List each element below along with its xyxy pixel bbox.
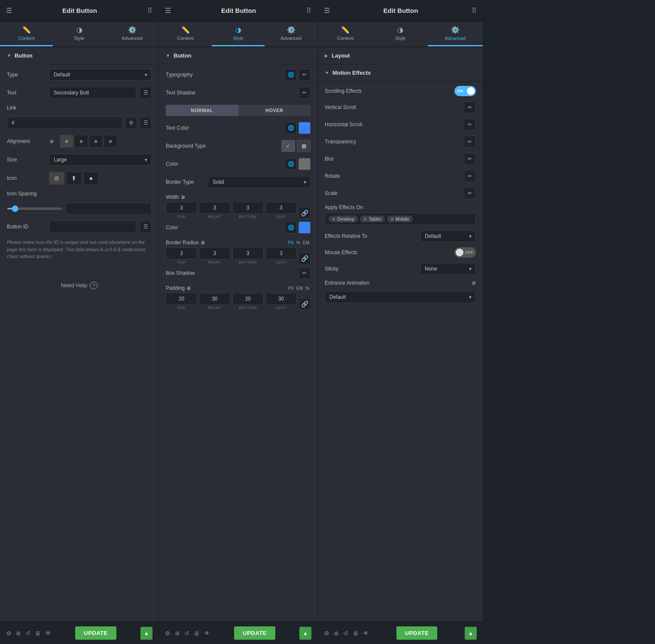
hamburger-icon-2[interactable]: ☰ — [165, 6, 171, 15]
link-input[interactable] — [7, 117, 122, 129]
effects-relative-select[interactable]: Default Viewport Parent — [420, 230, 476, 242]
responsive-footer-icon-3[interactable]: 🖥 — [353, 630, 359, 637]
link-list-btn[interactable]: ☰ — [140, 117, 152, 129]
update-arrow-btn-2[interactable]: ▲ — [299, 627, 311, 640]
size-select[interactable]: Large Small Medium — [49, 154, 152, 166]
icon-upload-btn[interactable]: ⬆ — [66, 172, 82, 185]
eye-footer-icon-2[interactable]: 👁 — [204, 630, 210, 637]
unit-px-btn[interactable]: PX — [287, 240, 295, 246]
text-list-btn[interactable]: ☰ — [140, 87, 152, 99]
padding-unit-pct-btn[interactable]: % — [304, 286, 311, 291]
grid-icon-3[interactable]: ⠿ — [472, 6, 477, 15]
text-shadow-pencil-btn[interactable]: ✏ — [299, 87, 311, 99]
normal-tab[interactable]: NORMAL — [166, 105, 238, 116]
settings-footer-icon-3[interactable]: ⚙ — [324, 630, 329, 637]
settings-footer-icon-2[interactable]: ⚙ — [165, 630, 171, 637]
pad-link-btn[interactable]: 🔗 — [299, 298, 311, 310]
pad-left-input[interactable] — [265, 293, 297, 305]
align-center-btn[interactable]: ≡ — [74, 135, 88, 148]
tab-advanced-2[interactable]: ⚙️ Advanced — [265, 21, 317, 46]
border-link-btn[interactable]: 🔗 — [299, 207, 311, 219]
layers-footer-icon[interactable]: ⊕ — [16, 630, 21, 637]
br-left-input[interactable] — [265, 247, 297, 259]
responsive-footer-icon[interactable]: 🖥 — [35, 630, 41, 637]
hamburger-icon[interactable]: ☰ — [6, 6, 12, 15]
tab-style-2[interactable]: ◑ Style — [212, 21, 265, 46]
transparency-edit-btn[interactable]: ✏ — [464, 136, 476, 148]
icon-spacing-slider[interactable] — [7, 208, 62, 210]
color-checker-swatch[interactable] — [299, 158, 311, 170]
pad-top-input[interactable] — [166, 293, 197, 305]
tab-style-3[interactable]: ◑ Style — [373, 21, 428, 46]
need-help-link[interactable]: Need Help ? — [9, 273, 150, 298]
button-section-header-1[interactable]: ▼ Button — [0, 47, 158, 64]
padding-unit-em-btn[interactable]: EM — [295, 286, 304, 291]
pad-right-input[interactable] — [199, 293, 230, 305]
typography-globe-btn[interactable]: 🌐 — [285, 69, 297, 81]
layers-footer-icon-2[interactable]: ⊕ — [175, 630, 180, 637]
grid-icon-1[interactable]: ⠿ — [147, 6, 152, 15]
br-bottom-input[interactable] — [232, 247, 264, 259]
bg-type-gradient-btn[interactable]: ▦ — [297, 140, 311, 152]
scale-edit-btn[interactable]: ✏ — [464, 187, 476, 199]
hover-tab[interactable]: HOVER — [238, 105, 311, 116]
color2-swatch[interactable] — [299, 222, 311, 234]
align-right-btn[interactable]: ≡ — [89, 135, 103, 148]
button-section-header-2[interactable]: ▼ Button — [159, 47, 317, 64]
history-footer-icon[interactable]: ↺ — [25, 630, 30, 637]
button-id-list-btn[interactable]: ☰ — [140, 221, 152, 233]
update-btn-1[interactable]: UPDATE — [75, 626, 116, 640]
tab-advanced-1[interactable]: ⚙️ Advanced — [106, 21, 158, 46]
grid-icon-2[interactable]: ⠿ — [306, 6, 311, 15]
tag-mobile-x[interactable]: ✕ — [390, 217, 394, 222]
br-link-btn[interactable]: 🔗 — [299, 252, 311, 264]
horizontal-scroll-edit-btn[interactable]: ✏ — [464, 118, 476, 131]
color-globe-btn[interactable]: 🌐 — [285, 158, 297, 170]
text-color-globe-btn[interactable]: 🌐 — [285, 122, 297, 134]
update-arrow-btn-3[interactable]: ▲ — [465, 627, 477, 640]
sticky-select[interactable]: None Top Bottom — [420, 263, 476, 275]
icon-none-btn[interactable]: ⊘ — [49, 172, 64, 185]
link-settings-btn[interactable]: ⚙ — [125, 117, 137, 129]
update-btn-2[interactable]: UPDATE — [234, 626, 275, 640]
update-btn-3[interactable]: UPDATE — [396, 626, 437, 640]
responsive-footer-icon-2[interactable]: 🖥 — [194, 630, 200, 637]
type-select[interactable]: Default Primary Secondary — [49, 69, 152, 81]
tab-content-3[interactable]: ✏️ Content — [318, 21, 373, 46]
br-right-input[interactable] — [199, 247, 230, 259]
text-input[interactable] — [49, 87, 136, 99]
unit-em-btn[interactable]: EM — [302, 240, 311, 246]
color2-globe-btn[interactable]: 🌐 — [285, 222, 297, 234]
border-type-select[interactable]: Solid Dashed Dotted None — [208, 176, 311, 188]
vertical-scroll-edit-btn[interactable]: ✏ — [464, 101, 476, 113]
rotate-edit-btn[interactable]: ✏ — [464, 170, 476, 182]
layers-footer-icon-3[interactable]: ⊕ — [334, 630, 339, 637]
hamburger-icon-3[interactable]: ☰ — [324, 6, 330, 15]
align-left-btn[interactable]: ≡ — [60, 135, 73, 148]
tab-content-2[interactable]: ✏️ Content — [159, 21, 212, 46]
entrance-animation-select[interactable]: Default Fade In Slide In Zoom In — [325, 291, 476, 303]
mouse-effects-toggle[interactable]: OFF — [454, 247, 476, 258]
tag-desktop-x[interactable]: ✕ — [332, 217, 335, 222]
br-top-input[interactable] — [166, 247, 197, 259]
border-right-input[interactable] — [199, 202, 230, 214]
bg-type-solid-btn[interactable]: ✓ — [281, 140, 295, 152]
eye-footer-icon-3[interactable]: 👁 — [363, 630, 369, 637]
pad-bottom-input[interactable] — [232, 293, 264, 305]
icon-circle-btn[interactable]: ● — [83, 172, 99, 185]
history-footer-icon-2[interactable]: ↺ — [184, 630, 189, 637]
motion-effects-section-header[interactable]: ▼ Motion Effects — [318, 64, 483, 82]
unit-pct-btn[interactable]: % — [295, 240, 302, 246]
history-footer-icon-3[interactable]: ↺ — [343, 630, 348, 637]
border-bottom-input[interactable] — [232, 202, 264, 214]
icon-spacing-input[interactable] — [66, 203, 152, 215]
text-color-swatch[interactable] — [299, 122, 311, 134]
tab-advanced-3[interactable]: ⚙️ Advanced — [428, 21, 483, 46]
scrolling-effects-toggle[interactable]: ON — [454, 86, 476, 96]
align-justify-btn[interactable]: ≡ — [104, 135, 117, 148]
box-shadow-pencil-btn[interactable]: ✏ — [299, 267, 311, 279]
settings-footer-icon[interactable]: ⚙ — [6, 630, 12, 637]
border-left-input[interactable] — [265, 202, 297, 214]
layout-section-header[interactable]: ▶ Layout — [318, 47, 483, 64]
tag-tablet-x[interactable]: ✕ — [363, 217, 367, 222]
